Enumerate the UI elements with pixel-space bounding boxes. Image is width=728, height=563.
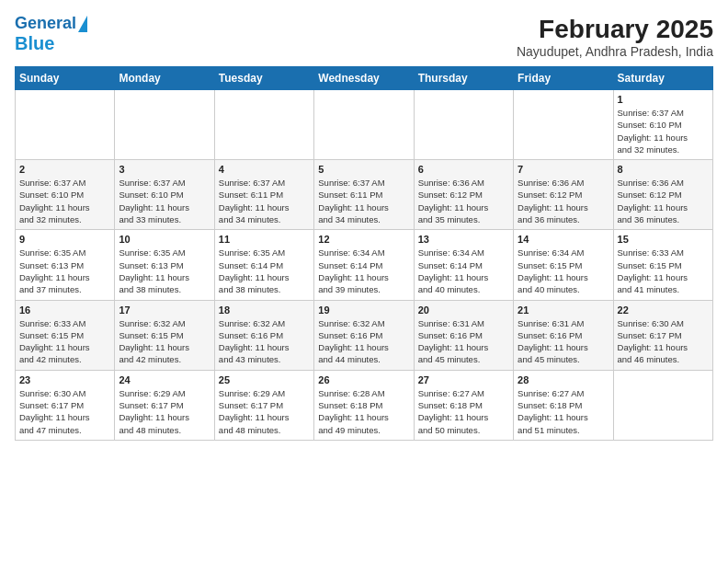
- calendar-table: SundayMondayTuesdayWednesdayThursdayFrid…: [15, 66, 713, 441]
- weekday-header-cell: Thursday: [414, 67, 513, 90]
- day-number: 2: [19, 164, 110, 175]
- calendar-day-cell: 6Sunrise: 6:36 AM Sunset: 6:12 PM Daylig…: [414, 160, 513, 230]
- day-number: 7: [518, 164, 609, 175]
- day-number: 6: [418, 164, 509, 175]
- calendar-day-cell: [115, 90, 214, 160]
- day-info: Sunrise: 6:33 AM Sunset: 6:15 PM Dayligh…: [618, 247, 709, 295]
- day-number: 8: [618, 164, 709, 175]
- calendar-day-cell: 22Sunrise: 6:30 AM Sunset: 6:17 PM Dayli…: [613, 300, 712, 370]
- day-number: 26: [318, 374, 409, 385]
- calendar-day-cell: [16, 90, 115, 160]
- calendar-week-row: 16Sunrise: 6:33 AM Sunset: 6:15 PM Dayli…: [16, 300, 713, 370]
- day-number: 9: [19, 234, 110, 245]
- day-info: Sunrise: 6:31 AM Sunset: 6:16 PM Dayligh…: [518, 317, 609, 366]
- day-info: Sunrise: 6:29 AM Sunset: 6:17 PM Dayligh…: [119, 387, 210, 436]
- calendar-day-cell: 16Sunrise: 6:33 AM Sunset: 6:15 PM Dayli…: [16, 300, 115, 370]
- calendar-day-cell: [414, 90, 513, 160]
- weekday-header-cell: Friday: [514, 67, 613, 90]
- calendar-day-cell: 8Sunrise: 6:36 AM Sunset: 6:12 PM Daylig…: [613, 160, 712, 230]
- day-info: Sunrise: 6:32 AM Sunset: 6:16 PM Dayligh…: [318, 317, 409, 366]
- calendar-day-cell: 3Sunrise: 6:37 AM Sunset: 6:10 PM Daylig…: [115, 160, 214, 230]
- calendar-day-cell: 21Sunrise: 6:31 AM Sunset: 6:16 PM Dayli…: [514, 300, 613, 370]
- day-number: 13: [418, 234, 509, 245]
- day-number: 22: [618, 304, 709, 316]
- page-header: General Blue February 2025 Nayudupet, An…: [15, 15, 713, 59]
- day-info: Sunrise: 6:29 AM Sunset: 6:17 PM Dayligh…: [219, 387, 310, 436]
- day-number: 3: [119, 164, 210, 175]
- calendar-day-cell: [613, 370, 712, 440]
- calendar-day-cell: 5Sunrise: 6:37 AM Sunset: 6:11 PM Daylig…: [314, 160, 414, 230]
- day-number: 24: [119, 374, 210, 385]
- day-info: Sunrise: 6:35 AM Sunset: 6:14 PM Dayligh…: [219, 247, 310, 295]
- calendar-week-row: 1Sunrise: 6:37 AM Sunset: 6:10 PM Daylig…: [16, 90, 713, 160]
- weekday-header-cell: Saturday: [613, 67, 712, 90]
- calendar-day-cell: 17Sunrise: 6:32 AM Sunset: 6:15 PM Dayli…: [115, 300, 214, 370]
- day-info: Sunrise: 6:34 AM Sunset: 6:14 PM Dayligh…: [418, 247, 509, 295]
- calendar-day-cell: 2Sunrise: 6:37 AM Sunset: 6:10 PM Daylig…: [16, 160, 115, 230]
- calendar-day-cell: 20Sunrise: 6:31 AM Sunset: 6:16 PM Dayli…: [414, 300, 513, 370]
- day-info: Sunrise: 6:34 AM Sunset: 6:15 PM Dayligh…: [518, 247, 609, 295]
- title-block: February 2025 Nayudupet, Andhra Pradesh,…: [517, 15, 713, 59]
- logo-blue: Blue: [15, 33, 54, 53]
- calendar-day-cell: 14Sunrise: 6:34 AM Sunset: 6:15 PM Dayli…: [514, 230, 613, 300]
- calendar-day-cell: 13Sunrise: 6:34 AM Sunset: 6:14 PM Dayli…: [414, 230, 513, 300]
- logo: General Blue: [15, 15, 87, 53]
- day-number: 12: [318, 234, 409, 245]
- calendar-week-row: 9Sunrise: 6:35 AM Sunset: 6:13 PM Daylig…: [16, 230, 713, 300]
- day-info: Sunrise: 6:28 AM Sunset: 6:18 PM Dayligh…: [318, 387, 409, 436]
- day-number: 23: [19, 374, 110, 385]
- calendar-body: 1Sunrise: 6:37 AM Sunset: 6:10 PM Daylig…: [16, 90, 713, 441]
- day-number: 15: [618, 234, 709, 245]
- calendar-day-cell: 10Sunrise: 6:35 AM Sunset: 6:13 PM Dayli…: [115, 230, 214, 300]
- calendar-day-cell: 7Sunrise: 6:36 AM Sunset: 6:12 PM Daylig…: [514, 160, 613, 230]
- day-number: 28: [518, 374, 609, 385]
- weekday-header-cell: Monday: [115, 67, 214, 90]
- calendar-day-cell: 9Sunrise: 6:35 AM Sunset: 6:13 PM Daylig…: [16, 230, 115, 300]
- day-number: 25: [219, 374, 310, 385]
- day-info: Sunrise: 6:30 AM Sunset: 6:17 PM Dayligh…: [19, 387, 110, 436]
- day-info: Sunrise: 6:30 AM Sunset: 6:17 PM Dayligh…: [618, 317, 709, 366]
- day-number: 19: [318, 304, 409, 316]
- day-info: Sunrise: 6:35 AM Sunset: 6:13 PM Dayligh…: [19, 247, 110, 295]
- day-number: 16: [19, 304, 110, 316]
- day-info: Sunrise: 6:27 AM Sunset: 6:18 PM Dayligh…: [518, 387, 609, 436]
- calendar-day-cell: 12Sunrise: 6:34 AM Sunset: 6:14 PM Dayli…: [314, 230, 414, 300]
- calendar-day-cell: [514, 90, 613, 160]
- day-info: Sunrise: 6:36 AM Sunset: 6:12 PM Dayligh…: [618, 177, 709, 225]
- logo-triangle-icon: [78, 16, 87, 32]
- calendar-day-cell: 28Sunrise: 6:27 AM Sunset: 6:18 PM Dayli…: [514, 370, 613, 440]
- day-info: Sunrise: 6:36 AM Sunset: 6:12 PM Dayligh…: [418, 177, 509, 225]
- day-info: Sunrise: 6:32 AM Sunset: 6:15 PM Dayligh…: [119, 317, 210, 366]
- day-info: Sunrise: 6:37 AM Sunset: 6:10 PM Dayligh…: [119, 177, 210, 225]
- calendar-day-cell: 18Sunrise: 6:32 AM Sunset: 6:16 PM Dayli…: [214, 300, 313, 370]
- day-info: Sunrise: 6:33 AM Sunset: 6:15 PM Dayligh…: [19, 317, 110, 366]
- day-info: Sunrise: 6:27 AM Sunset: 6:18 PM Dayligh…: [418, 387, 509, 436]
- day-info: Sunrise: 6:37 AM Sunset: 6:11 PM Dayligh…: [219, 177, 310, 225]
- weekday-header-row: SundayMondayTuesdayWednesdayThursdayFrid…: [16, 67, 713, 90]
- day-number: 20: [418, 304, 509, 316]
- day-number: 10: [119, 234, 210, 245]
- day-info: Sunrise: 6:37 AM Sunset: 6:10 PM Dayligh…: [618, 107, 709, 155]
- day-number: 14: [518, 234, 609, 245]
- calendar-day-cell: [214, 90, 313, 160]
- day-number: 4: [219, 164, 310, 175]
- calendar-week-row: 23Sunrise: 6:30 AM Sunset: 6:17 PM Dayli…: [16, 370, 713, 440]
- day-number: 27: [418, 374, 509, 385]
- day-info: Sunrise: 6:34 AM Sunset: 6:14 PM Dayligh…: [318, 247, 409, 295]
- calendar-day-cell: 25Sunrise: 6:29 AM Sunset: 6:17 PM Dayli…: [214, 370, 313, 440]
- day-info: Sunrise: 6:31 AM Sunset: 6:16 PM Dayligh…: [418, 317, 509, 366]
- day-number: 1: [618, 94, 709, 105]
- calendar-day-cell: 15Sunrise: 6:33 AM Sunset: 6:15 PM Dayli…: [613, 230, 712, 300]
- logo-text: General: [15, 15, 76, 33]
- day-number: 17: [119, 304, 210, 316]
- day-info: Sunrise: 6:35 AM Sunset: 6:13 PM Dayligh…: [119, 247, 210, 295]
- day-info: Sunrise: 6:37 AM Sunset: 6:10 PM Dayligh…: [19, 177, 110, 225]
- weekday-header-cell: Wednesday: [314, 67, 414, 90]
- day-info: Sunrise: 6:36 AM Sunset: 6:12 PM Dayligh…: [518, 177, 609, 225]
- calendar-day-cell: 24Sunrise: 6:29 AM Sunset: 6:17 PM Dayli…: [115, 370, 214, 440]
- day-number: 21: [518, 304, 609, 316]
- day-number: 11: [219, 234, 310, 245]
- calendar-title: February 2025: [517, 15, 713, 44]
- calendar-day-cell: 23Sunrise: 6:30 AM Sunset: 6:17 PM Dayli…: [16, 370, 115, 440]
- calendar-week-row: 2Sunrise: 6:37 AM Sunset: 6:10 PM Daylig…: [16, 160, 713, 230]
